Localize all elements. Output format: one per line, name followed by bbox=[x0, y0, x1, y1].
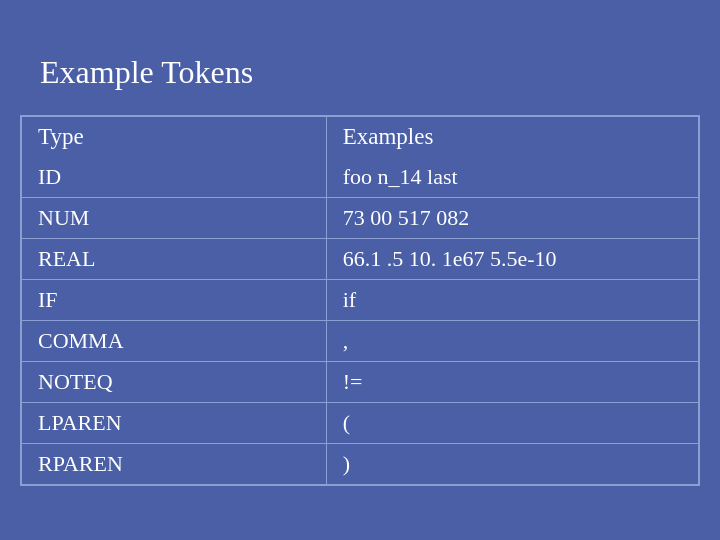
token-examples: , bbox=[326, 321, 698, 362]
token-type: REAL bbox=[22, 239, 326, 280]
table-row: NUM73 00 517 082 bbox=[22, 198, 698, 239]
table-header-row: Type Examples bbox=[22, 117, 698, 157]
token-examples: ( bbox=[326, 403, 698, 444]
token-examples: != bbox=[326, 362, 698, 403]
header-type: Type bbox=[22, 117, 326, 157]
table-row: IDfoo n_14 last bbox=[22, 157, 698, 198]
token-type: COMMA bbox=[22, 321, 326, 362]
token-type: NOTEQ bbox=[22, 362, 326, 403]
slide-container: Example Tokens Type Examples IDfoo n_14 … bbox=[20, 54, 700, 486]
token-examples: foo n_14 last bbox=[326, 157, 698, 198]
token-examples: ) bbox=[326, 444, 698, 485]
table-row: COMMA, bbox=[22, 321, 698, 362]
table-row: NOTEQ!= bbox=[22, 362, 698, 403]
token-table: Type Examples IDfoo n_14 lastNUM73 00 51… bbox=[22, 117, 698, 484]
table-row: LPAREN( bbox=[22, 403, 698, 444]
table-row: RPAREN) bbox=[22, 444, 698, 485]
token-type: RPAREN bbox=[22, 444, 326, 485]
table-row: REAL66.1 .5 10. 1e67 5.5e-10 bbox=[22, 239, 698, 280]
slide-title: Example Tokens bbox=[20, 54, 253, 91]
token-table-wrapper: Type Examples IDfoo n_14 lastNUM73 00 51… bbox=[20, 115, 700, 486]
token-examples: 66.1 .5 10. 1e67 5.5e-10 bbox=[326, 239, 698, 280]
token-type: NUM bbox=[22, 198, 326, 239]
token-type: ID bbox=[22, 157, 326, 198]
token-type: IF bbox=[22, 280, 326, 321]
header-examples: Examples bbox=[326, 117, 698, 157]
table-row: IFif bbox=[22, 280, 698, 321]
token-examples: if bbox=[326, 280, 698, 321]
token-examples: 73 00 517 082 bbox=[326, 198, 698, 239]
token-type: LPAREN bbox=[22, 403, 326, 444]
